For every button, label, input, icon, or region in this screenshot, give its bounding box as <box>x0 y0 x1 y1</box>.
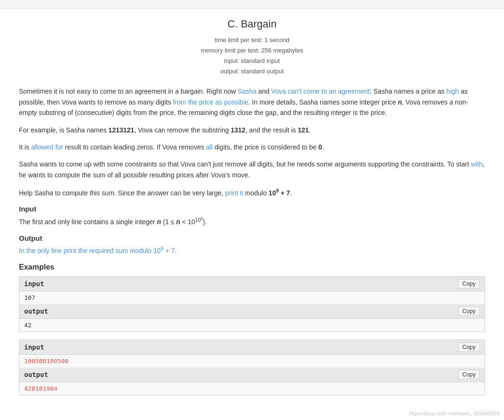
example-2-input-label: input <box>24 343 44 351</box>
output-heading: Output <box>19 234 485 242</box>
top-bar <box>0 0 504 9</box>
example-2-output-copy-button[interactable]: Copy <box>458 370 480 379</box>
statement-p2: For example, is Sasha names 1213121, Vov… <box>19 125 485 135</box>
output-type: output: standard output <box>19 66 485 77</box>
meta-info: time limit per test: 1 second memory lim… <box>19 35 485 77</box>
example-1-input-value: 107 <box>19 291 485 304</box>
memory-limit: memory limit per test: 256 megabytes <box>19 45 485 56</box>
input-text: The first and only line contains a singl… <box>19 216 485 228</box>
problem-title: C. Bargain <box>19 18 485 30</box>
problem-statement: Sometimes it is not easy to come to an a… <box>19 86 485 198</box>
statement-p5: Help Sasha to compute this sum. Since th… <box>19 187 485 198</box>
example-1-output-copy-button[interactable]: Copy <box>458 306 480 316</box>
example-1-input-header: input Copy <box>19 277 485 291</box>
statement-p4: Sasha wants to come up with some constra… <box>19 159 485 180</box>
example-block-1: input Copy 107 output Copy 42 <box>19 276 485 332</box>
example-1-output-label: output <box>24 307 48 315</box>
input-heading: Input <box>19 205 485 213</box>
watermark: https://blog.csdn.net/waxin_315940324 <box>409 411 499 416</box>
example-2-output-value: 428101984 <box>19 382 485 395</box>
example-2-input-copy-button[interactable]: Copy <box>458 342 480 352</box>
example-2-output-header: output Copy <box>19 368 485 382</box>
output-text: In the only line print the required sum … <box>19 245 485 256</box>
main-content: C. Bargain time limit per test: 1 second… <box>0 9 504 420</box>
example-1-output-header: output Copy <box>19 304 485 319</box>
statement-p1: Sometimes it is not easy to come to an a… <box>19 86 485 118</box>
example-1-input-copy-button[interactable]: Copy <box>458 279 480 289</box>
input-type: input: standard input <box>19 56 485 66</box>
example-2-output-label: output <box>24 371 48 378</box>
example-2-input-value: 100500100500 <box>19 355 485 368</box>
statement-p3: It is allowed for result to contain lead… <box>19 142 485 152</box>
time-limit: time limit per test: 1 second <box>19 35 485 45</box>
example-block-2: input Copy 100500100500 output Copy 4281… <box>19 340 485 395</box>
example-1-output-value: 42 <box>19 319 485 332</box>
example-1-input-label: input <box>24 280 44 288</box>
example-2-input-header: input Copy <box>19 340 485 355</box>
examples-heading: Examples <box>19 263 485 271</box>
